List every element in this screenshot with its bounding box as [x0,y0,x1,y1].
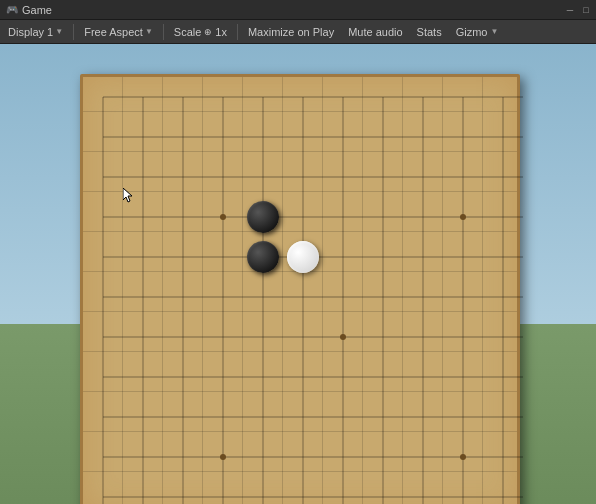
stone-black-0 [247,201,279,233]
stone-black-1 [247,241,279,273]
minimize-button[interactable]: ─ [564,4,576,16]
separator-1 [73,24,74,40]
game-viewport[interactable] [0,44,596,504]
mute-audio-button[interactable]: Mute audio [344,24,406,40]
mute-label: Mute audio [348,26,402,38]
maximize-on-play-button[interactable]: Maximize on Play [244,24,338,40]
scale-icon: ⊕ [204,27,212,37]
svg-point-26 [220,214,226,220]
maximize-label: Maximize on Play [248,26,334,38]
scale-value: 1x [215,26,227,38]
separator-3 [237,24,238,40]
aspect-label: Free Aspect [84,26,143,38]
svg-point-27 [460,214,466,220]
display-dropdown-arrow: ▼ [55,27,63,36]
stats-button[interactable]: Stats [413,24,446,40]
display-label: Display 1 [8,26,53,38]
stone-white-2 [287,241,319,273]
window-title: Game [22,4,52,16]
scale-label: Scale [174,26,202,38]
svg-point-29 [220,454,226,460]
board-grid [83,77,523,504]
stats-label: Stats [417,26,442,38]
svg-point-30 [460,454,466,460]
scale-control[interactable]: Scale ⊕ 1x [170,24,231,40]
window-controls: ─ □ [564,4,592,16]
maximize-button[interactable]: □ [580,4,592,16]
game-icon: 🎮 [6,4,18,15]
aspect-dropdown-arrow: ▼ [145,27,153,36]
gizmo-button[interactable]: Gizmo ▼ [452,24,503,40]
svg-point-28 [340,334,346,340]
gizmo-dropdown-arrow: ▼ [490,27,498,36]
toolbar: Display 1 ▼ Free Aspect ▼ Scale ⊕ 1x Max… [0,20,596,44]
title-bar: 🎮 Game ─ □ [0,0,596,20]
separator-2 [163,24,164,40]
board-container[interactable] [80,74,520,504]
aspect-select[interactable]: Free Aspect ▼ [80,24,157,40]
gizmo-label: Gizmo [456,26,488,38]
go-board[interactable] [80,74,520,504]
display-select[interactable]: Display 1 ▼ [4,24,67,40]
